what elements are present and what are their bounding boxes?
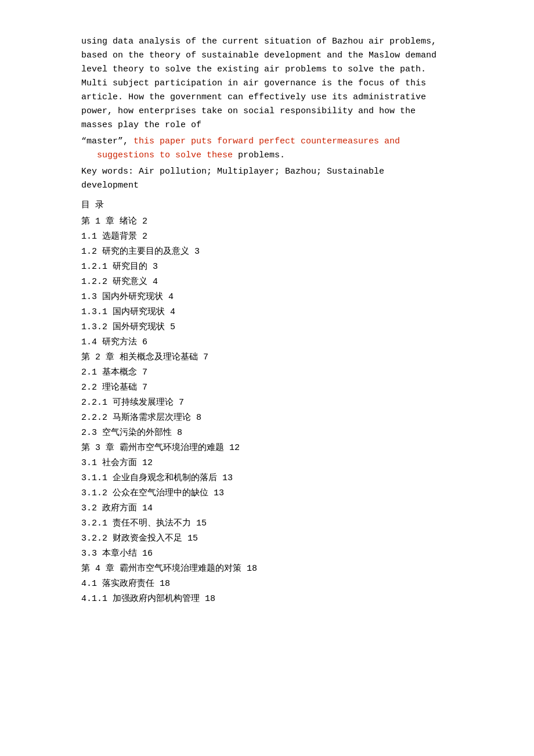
toc-item: 2.2.2 马斯洛需求层次理论 8 — [81, 411, 453, 425]
toc-item: 1.3.2 国外研究现状 5 — [81, 321, 453, 334]
toc-item: 第 3 章 霸州市空气环境治理的难题 12 — [81, 441, 453, 455]
toc-item: 1.3 国内外研究现状 4 — [81, 290, 453, 304]
master-text: “master”, — [81, 136, 128, 146]
toc-item: 2.2 理论基础 7 — [81, 381, 453, 395]
toc-item: 3.2 政府方面 14 — [81, 502, 453, 516]
abstract-paragraph1: using data analysis of the current situa… — [81, 35, 453, 132]
toc-item: 2.2.1 可持续发展理论 7 — [81, 396, 453, 410]
keywords-text: Key words: Air pollution; Multiplayer; B… — [81, 167, 384, 190]
toc-item: 3.3 本章小结 16 — [81, 547, 453, 561]
keywords-block: Key words: Air pollution; Multiplayer; B… — [81, 165, 453, 193]
toc-item: 2.1 基本概念 7 — [81, 366, 453, 380]
toc-item: 第 2 章 相关概念及理论基础 7 — [81, 351, 453, 365]
toc-item: 第 4 章 霸州市空气环境治理难题的对策 18 — [81, 562, 453, 576]
toc-item: 3.2.2 财政资金投入不足 15 — [81, 532, 453, 546]
abstract-text1: using data analysis of the current situa… — [81, 37, 436, 130]
toc-item: 1.4 研究方法 6 — [81, 336, 453, 350]
toc-item: 4.1.1 加强政府内部机构管理 18 — [81, 592, 453, 606]
toc-item: 3.1.2 公众在空气治理中的缺位 13 — [81, 487, 453, 501]
toc-item: 4.1 落实政府责任 18 — [81, 577, 453, 591]
toc-item: 1.2.2 研究意义 4 — [81, 275, 453, 289]
toc-item: 3.1.1 企业自身观念和机制的落后 13 — [81, 471, 453, 485]
toc-item: 1.2.1 研究目的 3 — [81, 260, 453, 274]
toc-item: 第 1 章 绪论 2 — [81, 215, 453, 229]
toc-items: 第 1 章 绪论 21.1 选题背景 21.2 研究的主要目的及意义 31.2.… — [81, 215, 453, 606]
toc-title: 目 录 — [81, 199, 453, 213]
toc-item: 1.2 研究的主要目的及意义 3 — [81, 245, 453, 259]
toc-item: 3.1 社会方面 12 — [81, 456, 453, 470]
toc-item: 3.2.1 责任不明、执法不力 15 — [81, 517, 453, 531]
master-line: “master”, this paper puts forward perfec… — [81, 135, 453, 163]
toc-item: 1.3.1 国内研究现状 4 — [81, 305, 453, 319]
toc-container: 目 录 第 1 章 绪论 21.1 选题背景 21.2 研究的主要目的及意义 3… — [81, 199, 453, 606]
toc-item: 2.3 空气污染的外部性 8 — [81, 426, 453, 440]
problems-text: problems. — [233, 150, 285, 160]
toc-item: 1.1 选题背景 2 — [81, 230, 453, 244]
page-content: using data analysis of the current situa… — [81, 35, 453, 606]
